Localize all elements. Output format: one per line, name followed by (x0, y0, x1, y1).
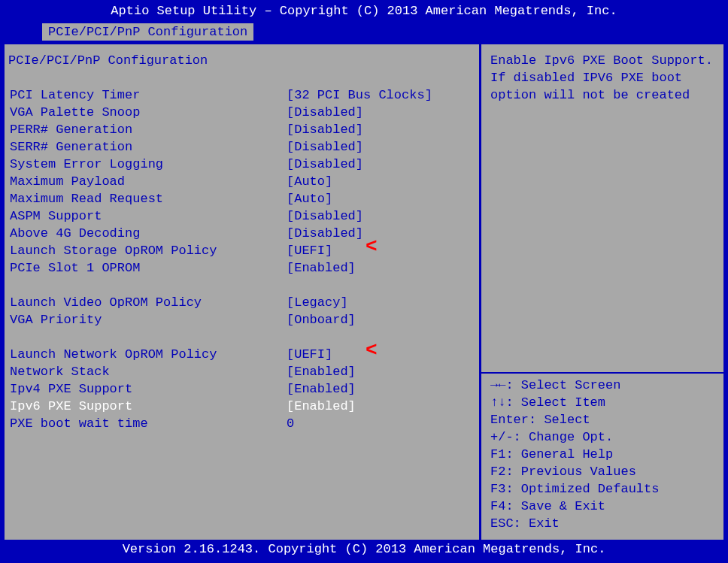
setting-value[interactable]: [Disabled] (287, 225, 475, 242)
setting-value[interactable]: [Disabled] (287, 104, 475, 121)
setting-row[interactable]: PCIe Slot 1 OPROM[Enabled] (8, 259, 475, 277)
bios-frame: Aptio Setup Utility – Copyright (C) 2013… (0, 0, 728, 563)
setting-value[interactable]: [Disabled] (287, 156, 475, 173)
setting-value[interactable]: [Enabled] (287, 259, 475, 277)
setting-value[interactable]: [Onboard] (287, 311, 475, 328)
setting-label: Launch Storage OpROM Policy (8, 242, 287, 259)
setting-value[interactable]: [Disabled] (287, 138, 475, 156)
setting-label: Maximum Read Request (8, 190, 287, 207)
footer-bar: Version 2.16.1243. Copyright (C) 2013 Am… (5, 540, 723, 558)
help-key-line: →←: Select Screen (490, 377, 714, 394)
left-pane: PCIe/PCI/PnP Configuration PCI Latency T… (5, 44, 479, 540)
help-key-line: +/-: Change Opt. (490, 428, 714, 446)
setting-value[interactable]: [Auto] (287, 190, 475, 207)
setting-row[interactable]: Ipv4 PXE Support[Enabled] (8, 380, 475, 398)
tab-strip: PCIe/PCI/PnP Configuration (5, 22, 723, 42)
setting-label: Ipv4 PXE Support (8, 380, 287, 398)
setting-value[interactable]: 0 (287, 415, 475, 432)
help-key-line: F4: Save & Exit (490, 498, 714, 515)
setting-label: PCIe Slot 1 OPROM (8, 259, 287, 277)
setting-label: PCI Latency Timer (8, 86, 287, 104)
setting-label: PXE boot wait time (8, 415, 287, 432)
setting-value[interactable]: [Enabled] (287, 398, 475, 415)
setting-row[interactable]: Maximum Read Request[Auto] (8, 190, 475, 207)
right-pane: Enable Ipv6 PXE Boot Support. If disable… (479, 44, 723, 540)
setting-label: Ipv6 PXE Support (8, 398, 287, 415)
content-area: PCIe/PCI/PnP Configuration PCI Latency T… (5, 42, 723, 540)
setting-row[interactable]: Maximum Payload[Auto] (8, 173, 475, 190)
help-key-line: F3: Optimized Defaults (490, 480, 714, 498)
setting-row[interactable]: VGA Priority[Onboard] (8, 311, 475, 328)
help-key-line: F2: Previous Values (490, 463, 714, 480)
help-key-line: F1: General Help (490, 446, 714, 463)
setting-label: Above 4G Decoding (8, 225, 287, 242)
setting-row[interactable]: ASPM Support[Disabled] (8, 207, 475, 225)
setting-row[interactable]: PCI Latency Timer[32 PCI Bus Clocks] (8, 86, 475, 104)
setting-label: SERR# Generation (8, 138, 287, 156)
setting-value[interactable]: [Legacy] (287, 294, 475, 311)
setting-row[interactable]: Network Stack[Enabled] (8, 363, 475, 380)
setting-value[interactable]: [UEFI]< (287, 242, 475, 259)
help-key-line: Enter: Select (490, 411, 714, 428)
setting-label: PERR# Generation (8, 121, 287, 138)
divider (481, 372, 723, 374)
setting-label: ASPM Support (8, 207, 287, 225)
arrow-annotation-icon: < (366, 342, 378, 359)
setting-value[interactable]: [Enabled] (287, 380, 475, 398)
setting-label: Maximum Payload (8, 173, 287, 190)
setting-label: System Error Logging (8, 156, 287, 173)
panel-heading: PCIe/PCI/PnP Configuration (8, 52, 475, 69)
setting-row[interactable]: System Error Logging[Disabled] (8, 156, 475, 173)
setting-value[interactable]: [32 PCI Bus Clocks] (287, 86, 475, 104)
setting-value[interactable]: [Disabled] (287, 121, 475, 138)
help-text-block: Enable Ipv6 PXE Boot Support. If disable… (490, 52, 714, 369)
setting-row[interactable]: Launch Network OpROM Policy[UEFI]< (8, 346, 475, 363)
setting-value[interactable]: [UEFI]< (287, 346, 475, 363)
setting-value[interactable]: [Enabled] (287, 363, 475, 380)
context-help: Enable Ipv6 PXE Boot Support. If disable… (490, 52, 714, 104)
setting-label: Launch Video OpROM Policy (8, 294, 287, 311)
help-key-line: ↑↓: Select Item (490, 394, 714, 411)
setting-row[interactable]: Ipv6 PXE Support[Enabled] (8, 398, 475, 415)
setting-label: Network Stack (8, 363, 287, 380)
setting-label: Launch Network OpROM Policy (8, 346, 287, 363)
settings-list: PCI Latency Timer[32 PCI Bus Clocks]VGA … (8, 86, 475, 432)
setting-label: VGA Priority (8, 311, 287, 328)
tab-pcie-config[interactable]: PCIe/PCI/PnP Configuration (41, 22, 255, 42)
setting-row[interactable]: Launch Storage OpROM Policy[UEFI]< (8, 242, 475, 259)
setting-row[interactable]: Launch Video OpROM Policy[Legacy] (8, 294, 475, 311)
setting-value[interactable]: [Auto] (287, 173, 475, 190)
app-title: Aptio Setup Utility – Copyright (C) 2013… (5, 0, 723, 22)
setting-row[interactable]: VGA Palette Snoop[Disabled] (8, 104, 475, 121)
arrow-annotation-icon: < (366, 238, 378, 256)
help-key-line: ESC: Exit (490, 515, 714, 532)
setting-row[interactable]: Above 4G Decoding[Disabled] (8, 225, 475, 242)
setting-row[interactable]: SERR# Generation[Disabled] (8, 138, 475, 156)
setting-row[interactable]: PXE boot wait time0 (8, 415, 475, 432)
setting-row[interactable]: PERR# Generation[Disabled] (8, 121, 475, 138)
setting-value[interactable]: [Disabled] (287, 207, 475, 225)
key-help-list: →←: Select Screen↑↓: Select ItemEnter: S… (490, 377, 714, 532)
setting-label: VGA Palette Snoop (8, 104, 287, 121)
